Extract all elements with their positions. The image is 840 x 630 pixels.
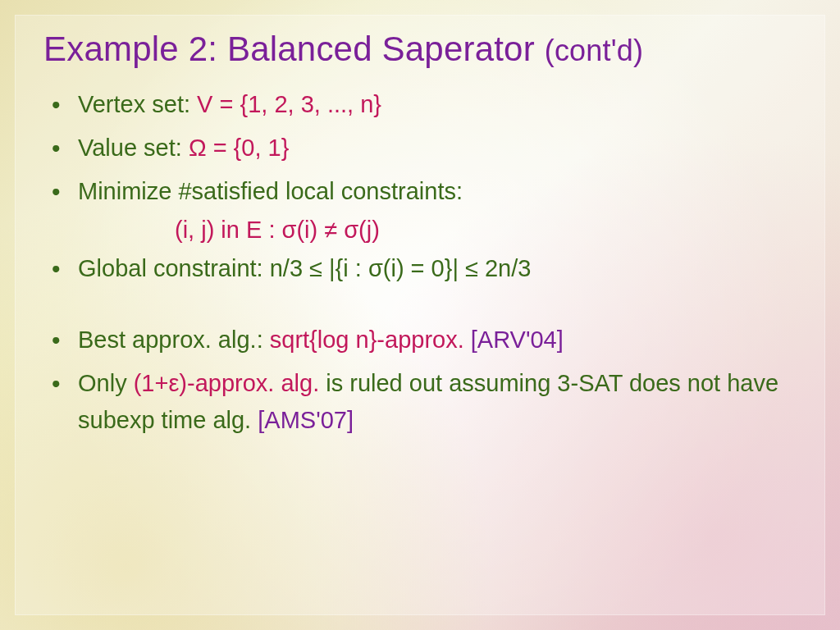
list-item: Best approx. alg.: sqrt{log n}-approx. [… (43, 322, 797, 358)
bullet-list: Best approx. alg.: sqrt{log n}-approx. [… (43, 322, 797, 439)
list-item: Vertex set: V = {1, 2, 3, ..., n} (43, 86, 797, 123)
citation: [AMS'07] (258, 407, 354, 433)
list-item: Value set: Ω = {0, 1} (43, 130, 797, 167)
list-item: Only (1+ε)-approx. alg. is ruled out ass… (43, 365, 797, 439)
list-item: Global constraint: n/3 ≤ |{i : σ(i) = 0}… (43, 250, 797, 287)
bullet-value: sqrt{log n}-approx. (270, 326, 471, 353)
bullet-value: (1+ε)-approx. alg. (134, 370, 326, 396)
bullet-label: Vertex set: (78, 91, 197, 117)
bullet-pre: Only (78, 370, 134, 396)
spacer (43, 294, 797, 322)
bullet-label: Minimize #satisfied local constraints: (78, 178, 463, 204)
bullet-list: Vertex set: V = {1, 2, 3, ..., n} Value … (43, 86, 797, 210)
bullet-value: V = {1, 2, 3, ..., n} (197, 91, 381, 117)
bullet-value: Ω = {0, 1} (189, 135, 289, 161)
bullet-label: Global constraint: n/3 ≤ |{i : σ(i) = 0}… (78, 255, 531, 281)
slide-title: Example 2: Balanced Saperator (cont'd) (43, 30, 797, 68)
list-item: Minimize #satisfied local constraints: (43, 173, 797, 210)
bullet-list: Global constraint: n/3 ≤ |{i : σ(i) = 0}… (43, 250, 797, 287)
citation: [ARV'04] (471, 326, 564, 353)
bullet-label: Best approx. alg.: (78, 326, 270, 353)
constraint-formula: (i, j) in E : σ(i) ≠ σ(j) (43, 217, 797, 244)
title-main: Example 2: Balanced Saperator (43, 30, 545, 68)
slide: Example 2: Balanced Saperator (cont'd) V… (15, 15, 825, 615)
title-sub: (cont'd) (545, 34, 644, 67)
bullet-label: Value set: (78, 135, 189, 161)
